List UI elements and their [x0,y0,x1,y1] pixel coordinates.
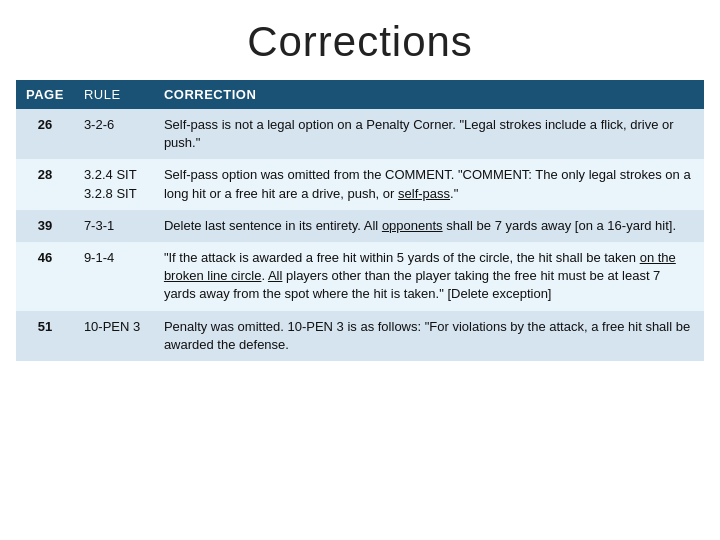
underlined-text: All [268,268,282,283]
table-row: 263-2-6Self-pass is not a legal option o… [16,109,704,159]
table-row: 397-3-1Delete last sentence in its entir… [16,210,704,242]
cell-correction: Self-pass is not a legal option on a Pen… [154,109,704,159]
cell-correction: "If the attack is awarded a free hit wit… [154,242,704,311]
header-correction: CORRECTION [154,80,704,109]
cell-correction: Self-pass option was omitted from the CO… [154,159,704,209]
page-title: Corrections [0,0,720,80]
cell-correction: Delete last sentence in its entirety. Al… [154,210,704,242]
cell-rule: 9-1-4 [74,242,154,311]
underlined-text: on the broken line circle [164,250,676,283]
cell-page: 28 [16,159,74,209]
cell-page: 39 [16,210,74,242]
corrections-table-container: PAGE RULE CORRECTION 263-2-6Self-pass is… [16,80,704,361]
table-header-row: PAGE RULE CORRECTION [16,80,704,109]
table-row: 283.2.4 SIT 3.2.8 SITSelf-pass option wa… [16,159,704,209]
cell-correction: Penalty was omitted. 10-PEN 3 is as foll… [154,311,704,361]
cell-rule: 3-2-6 [74,109,154,159]
corrections-table: PAGE RULE CORRECTION 263-2-6Self-pass is… [16,80,704,361]
table-row: 5110-PEN 3Penalty was omitted. 10-PEN 3 … [16,311,704,361]
cell-page: 46 [16,242,74,311]
cell-rule: 3.2.4 SIT 3.2.8 SIT [74,159,154,209]
cell-rule: 10-PEN 3 [74,311,154,361]
cell-rule: 7-3-1 [74,210,154,242]
cell-page: 26 [16,109,74,159]
cell-page: 51 [16,311,74,361]
table-row: 469-1-4"If the attack is awarded a free … [16,242,704,311]
header-page: PAGE [16,80,74,109]
header-rule: RULE [74,80,154,109]
underlined-text: opponents [382,218,443,233]
underlined-text: self-pass [398,186,450,201]
